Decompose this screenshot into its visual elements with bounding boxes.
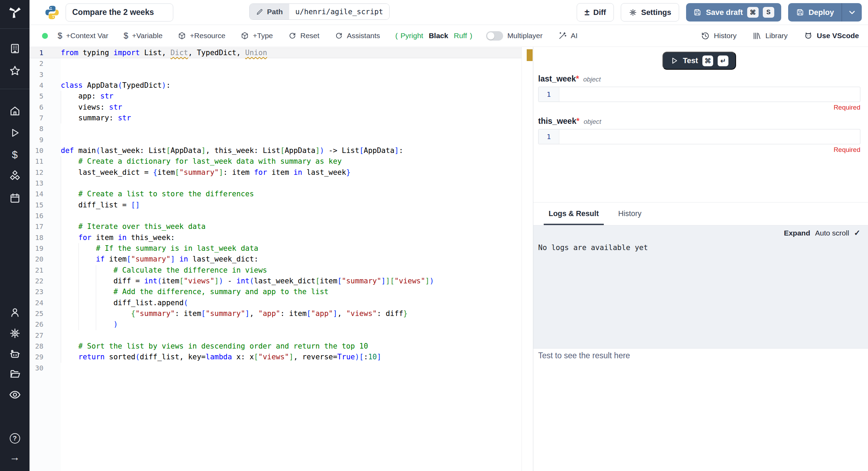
line-number: 11 bbox=[30, 156, 61, 167]
sidebar-item-runs[interactable] bbox=[0, 125, 30, 140]
code-line[interactable]: diff_list.append( bbox=[61, 298, 521, 308]
assistants-status[interactable]: ( Pyright Black Ruff ) bbox=[395, 32, 473, 40]
history-button[interactable]: History bbox=[701, 32, 736, 40]
refresh-icon bbox=[335, 32, 343, 40]
code-line[interactable]: {"summary": item["summary"], "app": item… bbox=[61, 308, 521, 319]
line-number: 16 bbox=[30, 211, 61, 221]
reset-button[interactable]: Reset bbox=[288, 32, 319, 40]
code-line[interactable]: views: str bbox=[61, 102, 521, 113]
sidebar-item-audit-logs[interactable] bbox=[0, 387, 30, 402]
assistants-button[interactable]: Assistants bbox=[335, 32, 380, 40]
paren: ( bbox=[395, 32, 398, 40]
code-editor[interactable]: 1234567891011121314151617181920212223242… bbox=[30, 47, 521, 471]
code-line[interactable] bbox=[61, 363, 521, 374]
save-draft-button[interactable]: Save draft ⌘ S bbox=[686, 3, 781, 22]
code-line[interactable]: # Create a dictionary for last_week data… bbox=[61, 156, 521, 167]
sidebar-item-help[interactable]: ? bbox=[0, 431, 30, 446]
sidebar-item-workers[interactable] bbox=[0, 347, 30, 362]
code-token: : bbox=[364, 353, 368, 361]
code-line[interactable]: return sorted(diff_list, key=lambda x: x… bbox=[61, 352, 521, 362]
code-line[interactable]: diff = int(item["views"]) - int(last_wee… bbox=[61, 276, 521, 286]
code-token: AppData bbox=[170, 146, 201, 155]
code-line[interactable]: for item in this_week: bbox=[61, 232, 521, 243]
sidebar-item-workspace[interactable] bbox=[0, 41, 30, 56]
arg-input-editor[interactable] bbox=[559, 87, 860, 102]
code-token: return bbox=[78, 353, 105, 361]
settings-button[interactable]: Settings bbox=[621, 3, 679, 22]
arg-input-editor[interactable] bbox=[559, 129, 860, 144]
path-value[interactable]: u/henri/agile_script bbox=[289, 4, 390, 19]
code-line[interactable] bbox=[61, 135, 521, 145]
multiplayer-toggle[interactable] bbox=[486, 31, 503, 41]
code-line[interactable]: # Calculate the difference in views bbox=[61, 265, 521, 276]
code-line[interactable]: ) bbox=[61, 319, 521, 330]
add-variable-button[interactable]: $ +Variable bbox=[124, 31, 162, 41]
code-line[interactable] bbox=[61, 69, 521, 80]
sidebar-item-schedules[interactable] bbox=[0, 190, 30, 206]
code-token bbox=[61, 157, 78, 165]
code-token: , TypedDict, bbox=[188, 49, 245, 57]
code-line[interactable]: app: str bbox=[61, 91, 521, 102]
diff-button[interactable]: ± Diff bbox=[577, 3, 614, 22]
code-token: ] bbox=[386, 277, 390, 285]
check-icon[interactable]: ✓ bbox=[854, 229, 860, 238]
code-token: in bbox=[118, 233, 126, 242]
code-line[interactable]: class AppData(TypedDict): bbox=[61, 80, 521, 91]
use-vscode-button[interactable]: Use VScode bbox=[804, 31, 859, 40]
sidebar-item-variables[interactable]: $ bbox=[0, 147, 30, 162]
path-edit-button[interactable]: Path bbox=[250, 4, 289, 19]
deploy-more-button[interactable] bbox=[842, 3, 862, 22]
code-token: ] bbox=[215, 277, 219, 285]
code-line[interactable] bbox=[61, 211, 521, 221]
sidebar-item-resources[interactable] bbox=[0, 168, 30, 183]
add-resource-button[interactable]: +Resource bbox=[178, 32, 225, 40]
arg-input-this-week[interactable]: 1 bbox=[538, 129, 860, 144]
code-line[interactable]: diff_list = [] bbox=[61, 200, 521, 211]
code-line[interactable]: # Iterate over this_week data bbox=[61, 221, 521, 232]
code-token: class bbox=[61, 81, 83, 89]
script-title-input[interactable]: Compare the 2 weeks bbox=[66, 3, 173, 22]
arg-name: last_week bbox=[538, 74, 576, 84]
sidebar-collapse-button[interactable]: → bbox=[0, 449, 30, 465]
code-line[interactable] bbox=[61, 330, 521, 341]
autoscroll-label[interactable]: Auto scroll bbox=[815, 229, 849, 237]
code-line[interactable]: # If the summary is in last_week data bbox=[61, 243, 521, 254]
code-token: [ bbox=[390, 277, 394, 285]
code-line[interactable]: # Sort the list by views in descending o… bbox=[61, 341, 521, 352]
expand-button[interactable]: Expand bbox=[784, 229, 810, 237]
windmill-logo-icon[interactable] bbox=[0, 5, 30, 20]
code-line[interactable] bbox=[61, 58, 521, 69]
add-type-button[interactable]: +Type bbox=[241, 32, 273, 40]
sidebar-item-folders[interactable] bbox=[0, 367, 30, 382]
required-hint: Required bbox=[538, 104, 860, 112]
library-button[interactable]: Library bbox=[752, 32, 787, 40]
code-line[interactable]: last_week_dict = {item["summary"]: item … bbox=[61, 167, 521, 178]
arg-input-last-week[interactable]: 1 bbox=[538, 87, 860, 102]
code-token: ] bbox=[425, 277, 430, 285]
code-token: ( bbox=[157, 277, 162, 285]
ai-button[interactable]: AI bbox=[558, 31, 578, 40]
code-line[interactable]: summary: str bbox=[61, 113, 521, 123]
sidebar-item-favorites[interactable] bbox=[0, 63, 30, 78]
path-control[interactable]: Path u/henri/agile_script bbox=[249, 3, 390, 20]
code-token: ] bbox=[170, 255, 175, 263]
code-line[interactable] bbox=[61, 123, 521, 134]
tab-logs-result[interactable]: Logs & Result bbox=[544, 203, 604, 225]
code-line[interactable]: from typing import List, Dict, TypedDict… bbox=[61, 48, 521, 58]
sidebar-item-home[interactable] bbox=[0, 103, 30, 119]
code-line[interactable]: if item["summary"] in last_week_dict: bbox=[61, 254, 521, 265]
editor-overview-ruler[interactable] bbox=[521, 47, 533, 471]
code-line[interactable] bbox=[61, 178, 521, 189]
test-button[interactable]: Test ⌘ ↵ bbox=[662, 52, 736, 70]
add-context-var-button[interactable]: $ +Context Var bbox=[58, 31, 108, 41]
code-line[interactable]: # Create a list to store the differences bbox=[61, 189, 521, 199]
deploy-button[interactable]: Deploy bbox=[788, 3, 842, 22]
sidebar-item-settings[interactable] bbox=[0, 326, 30, 341]
code-line[interactable]: # Add the difference, summary and app to… bbox=[61, 286, 521, 297]
code-line[interactable]: def main(last_week: List[AppData], this_… bbox=[61, 145, 521, 156]
code-token: lambda bbox=[206, 353, 232, 361]
code-lines[interactable]: from typing import List, Dict, TypedDict… bbox=[61, 47, 521, 471]
code-token: "summary" bbox=[135, 309, 175, 318]
sidebar-item-users[interactable] bbox=[0, 305, 30, 320]
tab-history[interactable]: History bbox=[614, 203, 646, 225]
